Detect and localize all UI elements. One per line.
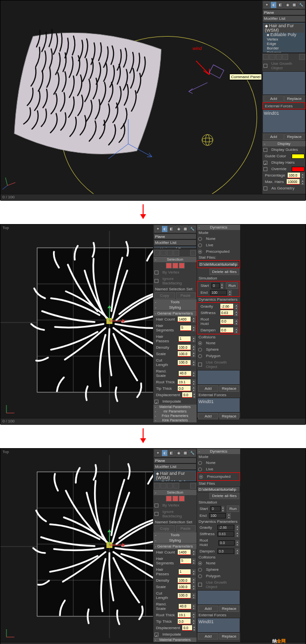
tab-create-icon[interactable]: ✦ <box>263 1 270 8</box>
unique-icon[interactable] <box>167 250 173 256</box>
dyn-rollout[interactable]: Dynamics <box>197 225 240 230</box>
coll-replace[interactable]: Replace <box>219 605 240 612</box>
gen-rollout[interactable]: General Parameters <box>153 311 197 316</box>
unique-icon[interactable] <box>276 54 282 60</box>
mr-rollout[interactable]: mr Parameters <box>153 409 197 414</box>
stiff-spinner[interactable]: 0.63 <box>217 531 234 537</box>
mode-live-radio[interactable] <box>198 243 202 247</box>
coll-poly-radio[interactable] <box>198 574 202 578</box>
sel-elem-icon[interactable] <box>179 496 185 502</box>
mode-none-radio[interactable] <box>198 461 202 465</box>
coll-list[interactable] <box>197 370 240 385</box>
run-button[interactable]: Run <box>226 282 238 289</box>
roothold-spinner[interactable]: 0.0 <box>220 319 233 324</box>
viewport-top[interactable]: Top <box>0 449 153 642</box>
styling-rollout[interactable]: Styling <box>153 305 197 310</box>
haircount-spinner[interactable]: 1400 <box>178 317 191 322</box>
ext-add[interactable]: Add <box>198 413 218 419</box>
density-spinner[interactable]: 100.0 <box>178 345 191 350</box>
object-name-field[interactable] <box>153 458 197 463</box>
frizz-rollout[interactable]: Frizz Parameters <box>153 414 197 418</box>
pct-spinner[interactable]: 100.0 <box>288 173 300 178</box>
config-icon[interactable] <box>190 483 196 489</box>
modifier-stack[interactable]: ◆ Hair and Fur (WSM) ■ Editable Poly Ver… <box>262 22 306 53</box>
coll-list[interactable] <box>197 590 240 605</box>
rootth-spinner[interactable]: 19.1 <box>178 612 191 618</box>
sel-elem-icon[interactable] <box>179 263 185 269</box>
randsc-spinner[interactable]: 40.0 <box>179 604 191 609</box>
object-name-field[interactable] <box>262 9 306 15</box>
config-icon[interactable] <box>299 54 305 60</box>
tab-display-icon[interactable]: ▦ <box>182 226 189 232</box>
tools-rollout[interactable]: Tools <box>153 532 197 538</box>
ext-list[interactable]: Wind01 <box>197 398 240 413</box>
object-name-field[interactable] <box>153 233 197 239</box>
dampen-spinner[interactable]: 0.0 <box>220 327 233 333</box>
sel-face-icon[interactable] <box>166 496 172 502</box>
density-spinner[interactable]: 100.0 <box>178 578 191 583</box>
tab-create-icon[interactable]: ✦ <box>154 450 161 457</box>
cutlen-spinner[interactable]: 100.0 <box>178 360 191 366</box>
growth-check3[interactable] <box>198 583 202 587</box>
show-end-icon[interactable] <box>269 54 275 60</box>
guide-color-swatch[interactable] <box>292 154 305 159</box>
coll-add[interactable]: Add <box>198 605 218 612</box>
tipth-spinner[interactable]: 0.0 <box>178 386 191 391</box>
tools-rollout[interactable]: Tools <box>153 299 197 305</box>
tab-utilities-icon[interactable]: 🔧 <box>189 450 196 457</box>
coll-poly-radio[interactable] <box>198 354 202 358</box>
modifier-list-dropdown[interactable]: Modifier List <box>153 239 197 246</box>
asgeom-checkbox[interactable] <box>263 186 267 190</box>
unique-icon[interactable] <box>167 483 173 489</box>
tab-modify-icon[interactable]: ◐ <box>161 226 168 232</box>
coll-sphere-radio[interactable] <box>198 568 202 572</box>
mode-none-radio[interactable] <box>198 237 202 241</box>
forces-listbox[interactable]: Wind01 <box>262 109 306 133</box>
growth-check2[interactable] <box>198 363 202 367</box>
tab-motion-icon[interactable]: ◉ <box>175 450 182 457</box>
haircount-spinner[interactable]: 1400 <box>178 550 191 555</box>
tab-hierarchy-icon[interactable]: ◧ <box>168 226 175 232</box>
tipth-spinner[interactable]: 0.0 <box>178 619 191 624</box>
tab-motion-icon[interactable]: ◉ <box>284 1 291 8</box>
tab-display-icon[interactable]: ▦ <box>182 450 189 457</box>
tab-modify-icon[interactable]: ◐ <box>270 1 277 8</box>
selection-rollout[interactable]: Selection <box>153 490 197 495</box>
interp-check[interactable] <box>154 400 158 404</box>
tab-display-icon[interactable]: ▦ <box>291 1 298 8</box>
copy-button[interactable]: Copy <box>154 292 175 299</box>
modifier-list-dropdown[interactable]: Modifier List <box>262 15 306 22</box>
paste-button[interactable]: Paste <box>176 292 196 299</box>
growth-checkbox[interactable] <box>263 64 267 68</box>
delete-files-button[interactable]: Delete all files <box>209 269 239 275</box>
growth-listbox[interactable] <box>262 71 306 95</box>
gravity-spinner[interactable]: -2.66 <box>220 304 233 309</box>
show-icon[interactable] <box>160 483 166 489</box>
dhairs-checkbox[interactable] <box>263 161 267 165</box>
mat-rollout[interactable]: Material Parameters <box>153 638 197 642</box>
roothold-spinner[interactable]: 0.0 <box>218 540 234 546</box>
gen-rollout[interactable]: General Parameters <box>153 544 197 549</box>
gravity-spinner[interactable]: -2.66 <box>217 525 234 530</box>
disp-spinner[interactable]: 0.0 <box>182 392 192 398</box>
config-icon[interactable] <box>190 250 196 256</box>
viewport-perspective[interactable]: wind Command Panel <box>0 0 262 194</box>
coll-replace[interactable]: Replace <box>219 385 240 392</box>
hairpass-spinner[interactable]: 1 <box>179 569 191 575</box>
disp-spinner[interactable]: 0.0 <box>182 625 192 631</box>
tab-utilities-icon[interactable]: 🔧 <box>189 226 196 232</box>
maxhairs-spinner[interactable]: 10000 <box>287 179 300 184</box>
coll-none-radio[interactable] <box>198 341 202 345</box>
dampen-spinner[interactable]: 0.0 <box>217 549 234 554</box>
override-color-swatch[interactable] <box>292 167 305 172</box>
run-button[interactable]: Run <box>227 506 239 512</box>
sel-poly-icon[interactable] <box>172 263 178 269</box>
byvertex-check[interactable] <box>154 271 158 275</box>
coll-sphere-radio[interactable] <box>198 348 202 352</box>
stiff-spinner[interactable]: 0.63 <box>220 310 233 316</box>
byvertex-check[interactable] <box>154 504 158 507</box>
kink-rollout[interactable]: Kink Parameters <box>153 418 197 422</box>
remove-mod-icon[interactable] <box>282 54 288 60</box>
statfile-path[interactable] <box>198 261 239 267</box>
tab-motion-icon[interactable]: ◉ <box>175 226 182 232</box>
